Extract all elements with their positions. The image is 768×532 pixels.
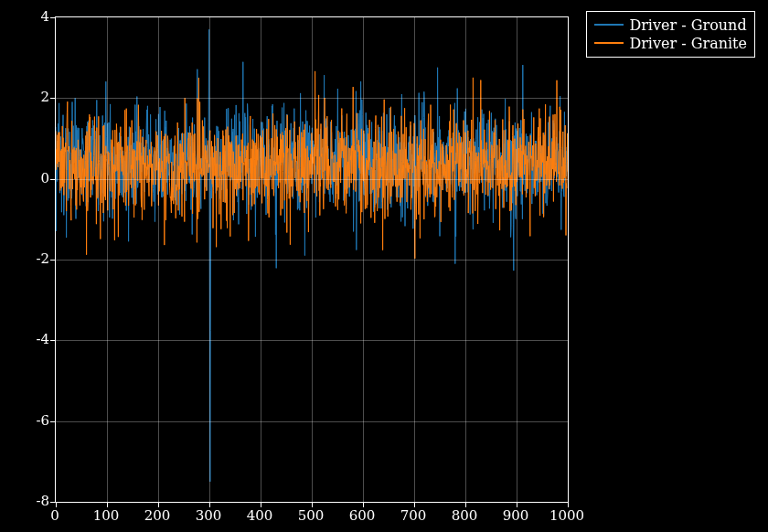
legend-swatch (594, 42, 624, 44)
x-tick-label: 600 (349, 507, 376, 524)
y-tick-label: -6 (4, 412, 49, 429)
legend-item-granite: Driver - Granite (594, 34, 747, 52)
grid-line (56, 98, 568, 99)
x-tick-label: 300 (196, 507, 222, 524)
legend: Driver - Ground Driver - Granite (586, 11, 755, 58)
grid-line (56, 340, 568, 341)
y-tick-label: 0 (4, 170, 49, 186)
legend-item-ground: Driver - Ground (594, 16, 747, 34)
x-tick-label: 900 (503, 507, 529, 524)
y-tick (50, 421, 56, 422)
x-tick-label: 700 (400, 507, 427, 524)
grid-line (56, 421, 568, 422)
y-tick (50, 17, 56, 18)
y-tick-label: -4 (4, 331, 49, 347)
legend-label: Driver - Granite (629, 35, 747, 52)
y-tick-label: -2 (4, 250, 49, 267)
chart-container: Driver - Ground Driver - Granite 0100200… (0, 0, 768, 532)
legend-label: Driver - Ground (629, 16, 746, 34)
y-tick (50, 179, 56, 180)
y-tick (50, 260, 56, 261)
grid-line (56, 260, 568, 261)
x-tick-label: 1000 (549, 507, 584, 524)
y-tick (50, 502, 56, 503)
x-tick-label: 100 (93, 507, 120, 524)
x-tick-label: 0 (50, 507, 59, 524)
legend-swatch (594, 24, 624, 26)
x-tick-label: 200 (144, 507, 171, 524)
x-tick-label: 500 (298, 507, 325, 524)
plot-area (55, 16, 569, 503)
y-tick-label: 2 (4, 89, 49, 105)
y-tick-label: -8 (4, 493, 49, 509)
x-tick-label: 800 (452, 507, 478, 524)
y-tick (50, 98, 56, 99)
y-tick-label: 4 (4, 8, 49, 25)
grid-line (56, 179, 568, 180)
x-tick-label: 400 (247, 507, 273, 524)
y-tick (50, 340, 56, 341)
